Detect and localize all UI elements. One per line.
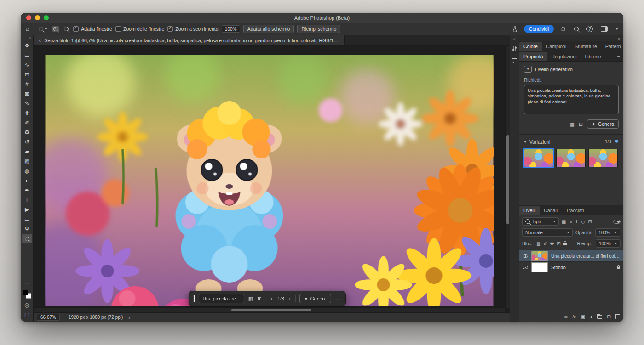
tab-regolazioni[interactable]: Regolazioni	[547, 52, 581, 61]
type-tool[interactable]: T	[22, 195, 32, 205]
tab-tracciati[interactable]: Tracciati	[562, 206, 588, 215]
eyedropper-tool[interactable]: ✎	[22, 99, 32, 108]
filter-shape-layers-icon[interactable]: ◇	[581, 219, 586, 224]
checkbox-zoom-all-windows[interactable]: Zoom delle finestre	[115, 26, 164, 32]
edit-toolbar-button[interactable]: ⋯	[22, 278, 32, 288]
brush-tool[interactable]: ✐	[22, 118, 32, 128]
current-tool-zoom-button[interactable]	[37, 26, 49, 32]
search-button[interactable]	[573, 26, 580, 32]
tab-livelli[interactable]: Livelli	[519, 206, 540, 215]
similar-grid-icon[interactable]: ⊞	[579, 121, 583, 127]
collapsed-comments-panel-button[interactable]	[512, 58, 518, 65]
reference-image-icon[interactable]: ▦	[570, 121, 575, 127]
layer-style-fx-icon[interactable]: fx	[572, 314, 576, 319]
layer-row-generative[interactable]: Una piccola creatur... di fiori colorati	[519, 250, 623, 262]
filter-type-layers-icon[interactable]: T	[575, 219, 579, 224]
beta-flask-icon[interactable]	[511, 26, 519, 33]
fill-screen-button[interactable]: Riempi schermo	[297, 25, 340, 33]
vertical-scrollbar-thumb[interactable]	[506, 135, 509, 224]
crop-tool[interactable]: #	[22, 79, 32, 89]
notifications-button[interactable]	[559, 26, 568, 33]
adjustment-layer-icon[interactable]: ◑	[590, 314, 592, 319]
tab-colore[interactable]: Colore	[519, 42, 542, 51]
tab-sfumature[interactable]: Sfumature	[570, 42, 601, 51]
drag-handle[interactable]	[194, 295, 195, 302]
gradient-tool[interactable]: ▨	[22, 157, 32, 166]
horizontal-scrollbar-thumb[interactable]	[231, 309, 311, 311]
vertical-scrollbar[interactable]	[505, 46, 510, 308]
workspace-chevron-button[interactable]	[614, 28, 620, 30]
lock-transparent-pixels-icon[interactable]: ▨	[536, 241, 540, 246]
prompt-field[interactable]: Una piccola cre...	[199, 294, 244, 303]
filter-pixel-layers-icon[interactable]: ▦	[561, 219, 566, 224]
workspace-button[interactable]	[599, 26, 609, 32]
rectangular-marquee-tool[interactable]: ▭	[22, 51, 32, 60]
next-variation-button[interactable]: ›	[288, 295, 292, 302]
prompt-textarea[interactable]: Una piccola creatura fantastica, buffa, …	[524, 85, 619, 114]
layer-filter-type-select[interactable]: Tipo	[522, 217, 559, 226]
delete-layer-icon[interactable]	[615, 315, 619, 319]
pen-tool[interactable]: ✒	[22, 186, 32, 195]
layer-visibility-eye-icon[interactable]	[523, 254, 528, 258]
filter-adjustment-layers-icon[interactable]: ◑	[569, 219, 572, 224]
hand-tool[interactable]: Ψ	[22, 224, 32, 234]
close-tab-icon[interactable]: ×	[38, 38, 41, 43]
home-button[interactable]: ⌂	[24, 25, 30, 33]
lock-artboard-icon[interactable]: ⊡	[557, 241, 560, 246]
document-tab[interactable]: × Senza titolo-1 @ 66,7% (Una piccola cr…	[34, 35, 345, 45]
panel-menu-icon[interactable]: ≡	[614, 54, 623, 61]
blend-mode-select[interactable]: Normale	[522, 228, 573, 237]
screen-mode-button[interactable]: ▢	[22, 310, 32, 320]
zoom-out-button[interactable]	[63, 26, 70, 32]
panel-generate-button[interactable]: ✦ Genera	[587, 119, 619, 129]
variation-thumbnail-3[interactable]	[588, 149, 618, 167]
object-selection-tool[interactable]: ⊡	[22, 70, 32, 79]
tab-campioni[interactable]: Campioni	[542, 42, 570, 51]
lock-image-pixels-icon[interactable]: ✐	[543, 241, 547, 246]
canvas-area[interactable]: Una piccola cre... ▦ ⊞ ‹ 1/3 › ✦ Genera …	[34, 46, 510, 312]
lock-all-icon[interactable]	[564, 241, 567, 246]
collapsed-adjustments-panel-button[interactable]	[512, 46, 518, 53]
expand-toolbar-button[interactable]: »	[29, 36, 33, 41]
layer-visibility-eye-icon[interactable]	[523, 266, 528, 269]
share-button[interactable]: Condividi	[524, 25, 554, 33]
status-zoom-level[interactable]: 66.67%	[37, 314, 60, 321]
image-icon[interactable]: ▦	[248, 296, 253, 302]
tab-canali[interactable]: Canali	[540, 206, 562, 215]
zoom-percent-input[interactable]	[222, 25, 240, 33]
variations-grid-view-icon[interactable]: ⊞	[615, 139, 619, 145]
rectangle-tool[interactable]: ▭	[22, 215, 32, 224]
checkbox-scrubby-zoom[interactable]: Zoom a scorrimento	[167, 26, 218, 32]
frame-tool[interactable]: ⊠	[22, 89, 32, 99]
more-options-icon[interactable]: ⋯	[335, 296, 341, 302]
path-selection-tool[interactable]: ▶	[22, 205, 32, 215]
fit-screen-button[interactable]: Adatta allo schermo	[243, 25, 294, 33]
foreground-color-swatch[interactable]	[23, 290, 28, 295]
help-button[interactable]: ?	[585, 25, 594, 33]
spot-healing-tool[interactable]: ✚	[22, 108, 32, 118]
layer-thumbnail[interactable]	[531, 251, 548, 261]
variation-thumbnail-2[interactable]	[556, 149, 586, 167]
lock-position-icon[interactable]: ✥	[550, 241, 554, 246]
panel-menu-icon[interactable]: ≡	[614, 208, 623, 215]
quick-mask-button[interactable]: ◎	[22, 300, 32, 310]
filter-smart-objects-icon[interactable]: ⊡	[587, 219, 592, 224]
collapse-panels-button[interactable]: »	[618, 36, 620, 41]
new-group-icon[interactable]	[597, 315, 602, 319]
previous-variation-button[interactable]: ‹	[270, 295, 274, 302]
fill-select[interactable]: 100%	[596, 239, 621, 248]
zoom-in-button[interactable]	[52, 26, 59, 32]
layer-thumbnail[interactable]	[531, 262, 548, 272]
generate-button[interactable]: ✦ Genera	[299, 294, 331, 303]
move-tool[interactable]: ✥	[22, 41, 32, 51]
variations-grid-icon[interactable]: ⊞	[257, 296, 262, 302]
link-layers-icon[interactable]: ∞	[564, 314, 568, 319]
history-brush-tool[interactable]: ↺	[22, 137, 32, 147]
zoom-tool[interactable]	[22, 234, 32, 243]
tab-librerie[interactable]: Librerie	[581, 52, 605, 61]
tab-proprieta[interactable]: Proprietà	[519, 52, 547, 61]
variation-thumbnail-1[interactable]	[524, 149, 553, 167]
filter-toggle-switch[interactable]	[613, 220, 621, 224]
status-chevron-button[interactable]: ›	[127, 314, 132, 321]
layer-mask-icon[interactable]: ▣	[581, 314, 585, 319]
